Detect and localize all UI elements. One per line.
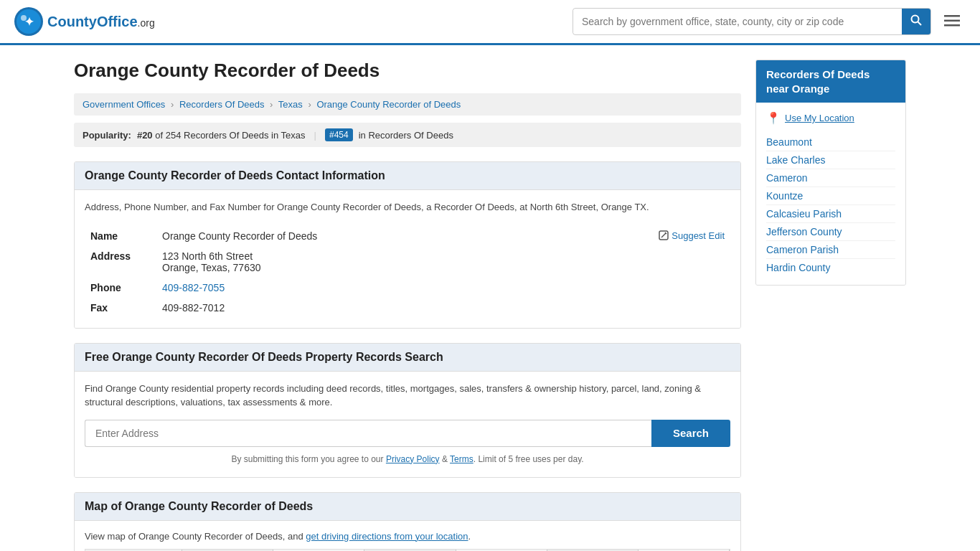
logo-suffix: .org (138, 17, 155, 29)
menu-button[interactable] (938, 9, 966, 34)
address-form: Search (85, 420, 730, 447)
sidebar-item-calcasieu-parish[interactable]: Calcasieu Parish (766, 205, 895, 223)
sidebar-item-kountze[interactable]: Kountze (766, 187, 895, 205)
sidebar-item-cameron[interactable]: Cameron (766, 169, 895, 187)
sidebar-item-cameron-parish[interactable]: Cameron Parish (766, 241, 895, 259)
property-search-section: Free Orange County Recorder Of Deeds Pro… (74, 343, 741, 478)
name-value: Orange County Recorder of Deeds (156, 226, 549, 246)
location-pin-icon: 📍 (766, 111, 781, 125)
site-header: ✦ CountyOffice.org (0, 0, 980, 45)
national-badge: #454 (325, 128, 353, 141)
national-label: in Recorders Of Deeds (359, 130, 453, 141)
global-search-bar (573, 8, 931, 35)
contact-section-body: Address, Phone Number, and Fax Number fo… (75, 190, 740, 328)
use-my-location-link[interactable]: Use My Location (785, 113, 854, 123)
breadcrumb-recorders[interactable]: Recorders Of Deeds (179, 99, 265, 110)
directions-link[interactable]: get driving directions from your locatio… (306, 531, 468, 542)
phone-value: 409-882-7055 (156, 278, 549, 298)
global-search-button[interactable] (902, 9, 930, 34)
header-right (573, 8, 966, 35)
contact-section-header: Orange County Recorder of Deeds Contact … (75, 162, 740, 190)
svg-point-3 (21, 15, 27, 21)
phone-label: Phone (85, 278, 156, 298)
map-description: View map of Orange County Recorder of De… (85, 531, 730, 542)
svg-rect-7 (944, 20, 960, 22)
name-label: Name (85, 226, 156, 246)
breadcrumb-gov-offices[interactable]: Government Offices (83, 99, 165, 110)
map-section-header: Map of Orange County Recorder of Deeds (75, 493, 740, 521)
map-section-body: View map of Orange County Recorder of De… (75, 521, 740, 552)
sidebar-item-jefferson-county[interactable]: Jefferson County (766, 223, 895, 241)
popularity-label: Popularity: (83, 130, 131, 141)
main-wrapper: Orange County Recorder of Deeds Governme… (60, 45, 920, 551)
popularity-bar: Popularity: #20 of 254 Recorders Of Deed… (74, 123, 741, 147)
privacy-policy-link[interactable]: Privacy Policy (386, 454, 440, 464)
property-search-description: Find Orange County residential property … (85, 382, 730, 410)
map-placeholder: strano z (85, 549, 730, 552)
table-row: Name Orange County Recorder of Deeds (85, 226, 730, 246)
svg-point-4 (912, 16, 919, 23)
svg-rect-8 (944, 24, 960, 27)
property-search-body: Find Orange County residential property … (75, 372, 740, 477)
global-search-input[interactable] (573, 10, 902, 33)
terms-link[interactable]: Terms (450, 454, 473, 464)
address-value: 123 North 6th Street Orange, Texas, 7763… (156, 246, 549, 278)
phone-link[interactable]: 409-882-7055 (162, 282, 225, 293)
svg-rect-6 (944, 15, 960, 17)
edit-icon (659, 230, 669, 240)
sidebar-item-beaumont[interactable]: Beaumont (766, 133, 895, 151)
suggest-edit-link[interactable]: Suggest Edit (555, 230, 725, 241)
breadcrumb-texas[interactable]: Texas (278, 99, 303, 110)
breadcrumb-current[interactable]: Orange County Recorder of Deeds (316, 99, 461, 110)
contact-section: Orange County Recorder of Deeds Contact … (74, 161, 741, 329)
page-title: Orange County Recorder of Deeds (74, 60, 741, 82)
sidebar-box-body: 📍 Use My Location Beaumont Lake Charles … (756, 103, 905, 285)
suggest-edit-cell: Suggest Edit (549, 226, 730, 318)
sidebar-box: Recorders Of Deeds near Orange 📍 Use My … (755, 60, 906, 286)
sidebar-item-lake-charles[interactable]: Lake Charles (766, 151, 895, 169)
logo-icon: ✦ (14, 7, 43, 36)
search-icon (910, 14, 922, 26)
property-search-header: Free Orange County Recorder Of Deeds Pro… (75, 344, 740, 372)
map-section: Map of Orange County Recorder of Deeds V… (74, 492, 741, 552)
svg-line-5 (918, 22, 922, 26)
sidebar: Recorders Of Deeds near Orange 📍 Use My … (755, 60, 906, 551)
logo[interactable]: ✦ CountyOffice.org (14, 7, 155, 36)
fax-label: Fax (85, 298, 156, 318)
logo-text: CountyOffice (47, 14, 138, 29)
address-input[interactable] (85, 420, 651, 447)
popularity-rank: #20 of 254 Recorders Of Deeds in Texas (137, 130, 306, 141)
sidebar-item-hardin-county[interactable]: Hardin County (766, 259, 895, 276)
address-label: Address (85, 246, 156, 278)
sidebar-box-header: Recorders Of Deeds near Orange (756, 60, 905, 103)
use-my-location-row: 📍 Use My Location (766, 111, 895, 125)
content-area: Orange County Recorder of Deeds Governme… (74, 60, 741, 551)
form-disclaimer: By submitting this form you agree to our… (85, 454, 730, 464)
contact-info-table: Name Orange County Recorder of Deeds (85, 226, 730, 318)
svg-line-10 (661, 233, 666, 237)
hamburger-icon (944, 15, 960, 27)
contact-description: Address, Phone Number, and Fax Number fo… (85, 200, 730, 215)
search-button[interactable]: Search (651, 420, 730, 447)
breadcrumb: Government Offices › Recorders Of Deeds … (74, 93, 741, 116)
fax-value: 409-882-7012 (156, 298, 549, 318)
